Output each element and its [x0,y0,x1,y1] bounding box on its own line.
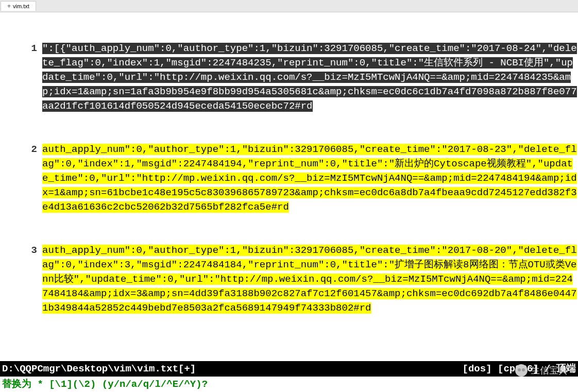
tab-bar: + vim.txt [0,0,578,12]
highlighted-text: auth_apply_num":0,"author_type":1,"bizui… [42,245,577,314]
line-text[interactable]: ":[{"auth_apply_num":0,"author_type":1,"… [42,41,578,113]
status-bar: D:\QQPCmgr\Desktop\vim\vim.txt[+] [dos] … [0,361,578,377]
highlighted-text: auth_apply_num":0,"author_type":1,"bizui… [42,144,577,213]
tab-plus-icon: + [7,3,11,10]
line-text[interactable]: auth_apply_num":0,"author_type":1,"bizui… [42,243,578,315]
selected-text: ":[{"auth_apply_num":0,"author_type":1,"… [42,43,577,112]
command-text: 替换为 * [\1](\2) (y/n/a/q/l/^E/^Y)? [2,379,208,390]
editor-area[interactable]: 1 ":[{"auth_apply_num":0,"author_type":1… [0,12,578,361]
editor-line: 2 auth_apply_num":0,"author_type":1,"biz… [0,142,578,214]
command-line[interactable]: 替换为 * [\1](\2) (y/n/a/q/l/^E/^Y)? [0,377,578,392]
watermark: 生信宝典 [515,364,568,377]
editor-line: 3 auth_apply_num":0,"author_type":1,"biz… [0,243,578,315]
line-number: 2 [0,142,42,214]
watermark-text: 生信宝典 [531,364,568,377]
tab-filename: vim.txt [13,3,29,9]
editor-content[interactable]: 1 ":[{"auth_apply_num":0,"author_type":1… [0,12,578,361]
status-left: D:\QQPCmgr\Desktop\vim\vim.txt[+] [2,362,196,376]
wechat-icon [515,364,528,377]
file-tab[interactable]: + vim.txt [1,1,36,11]
line-number: 1 [0,41,42,113]
line-number: 3 [0,243,42,315]
line-text[interactable]: auth_apply_num":0,"author_type":1,"bizui… [42,142,578,214]
editor-line: 1 ":[{"auth_apply_num":0,"author_type":1… [0,41,578,113]
